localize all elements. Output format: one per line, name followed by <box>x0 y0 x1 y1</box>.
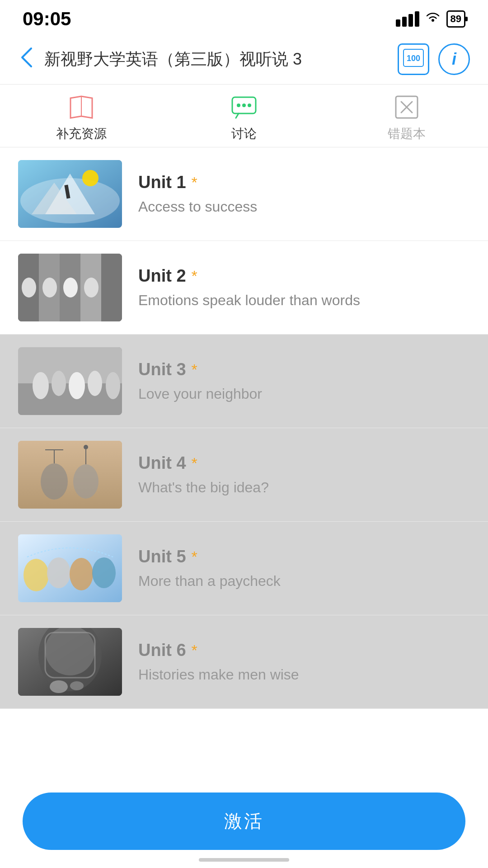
unit-desc-6: Histories make men wise <box>138 666 470 683</box>
activate-bar: 激活 <box>23 793 465 850</box>
home-indicator <box>199 858 289 862</box>
unit-desc-5: More than a paycheck <box>138 573 470 590</box>
svg-point-33 <box>41 463 68 500</box>
svg-point-4 <box>242 104 246 107</box>
svg-point-31 <box>106 372 120 399</box>
svg-point-27 <box>33 372 49 399</box>
mistakes-icon <box>391 94 422 121</box>
battery-icon: 89 <box>446 10 465 28</box>
header: 新视野大学英语（第三版）视听说 3 100 i <box>0 34 488 85</box>
svg-point-40 <box>23 559 49 591</box>
score-badge-button[interactable]: 100 <box>398 43 429 75</box>
svg-point-22 <box>42 278 57 297</box>
tab-resources-label: 补充资源 <box>56 125 107 142</box>
unit-star-2: * <box>192 267 197 285</box>
tab-mistakes[interactable]: 错题本 <box>325 94 488 142</box>
unit-info-1: Unit 1 * Access to success <box>138 173 470 215</box>
info-icon: i <box>452 50 456 69</box>
unit-name-4: Unit 4 <box>138 453 186 473</box>
svg-point-5 <box>248 104 251 107</box>
unit-item-1[interactable]: Unit 1 * Access to success <box>0 147 488 241</box>
svg-point-42 <box>70 558 93 590</box>
unit-thumb-1 <box>18 160 122 228</box>
svg-point-29 <box>69 372 85 399</box>
battery-level: 89 <box>450 13 461 25</box>
chat-icon <box>228 94 260 121</box>
unit-thumb-5 <box>18 534 122 602</box>
unit-star-5: * <box>192 548 197 566</box>
status-bar: 09:05 89 <box>0 0 488 34</box>
tab-discussion-label: 讨论 <box>231 125 257 142</box>
unit-name-1: Unit 1 <box>138 173 186 192</box>
svg-point-23 <box>63 278 78 297</box>
header-actions: 100 i <box>398 43 470 75</box>
svg-point-43 <box>92 557 116 588</box>
status-icons: 89 <box>396 9 465 29</box>
tab-resources[interactable]: 补充资源 <box>0 94 163 142</box>
unit-desc-2: Emotions speak louder than words <box>138 292 470 309</box>
svg-point-49 <box>70 681 84 690</box>
unit-list: Unit 1 * Access to success Unit 2 * Em <box>0 147 488 709</box>
unit-thumb-6 <box>18 628 122 696</box>
unit-item-3[interactable]: Unit 3 * Love your neighbor <box>0 335 488 428</box>
unit-desc-4: What's the big idea? <box>138 479 470 496</box>
unit-info-6: Unit 6 * Histories make men wise <box>138 641 470 683</box>
header-title: 新视野大学英语（第三版）视听说 3 <box>44 48 389 71</box>
tab-mistakes-label: 错题本 <box>388 125 426 142</box>
wifi-icon <box>425 9 441 29</box>
svg-point-41 <box>47 557 70 588</box>
svg-point-3 <box>237 104 240 107</box>
unit-star-3: * <box>192 361 197 378</box>
unit-thumb-3 <box>18 347 122 415</box>
svg-point-38 <box>84 445 88 449</box>
unit-info-3: Unit 3 * Love your neighbor <box>138 360 470 402</box>
svg-point-46 <box>45 628 95 675</box>
svg-point-13 <box>82 170 99 186</box>
score-value: 100 <box>403 49 424 70</box>
svg-text:100: 100 <box>407 54 420 63</box>
unit-info-2: Unit 2 * Emotions speak louder than word… <box>138 266 470 309</box>
unit-info-4: Unit 4 * What's the big idea? <box>138 453 470 496</box>
tab-bar: 补充资源 讨论 错题本 <box>0 85 488 147</box>
svg-point-34 <box>73 464 99 499</box>
unit-star-6: * <box>192 642 197 659</box>
svg-point-48 <box>50 680 68 693</box>
tab-discussion[interactable]: 讨论 <box>163 94 325 142</box>
svg-rect-32 <box>18 441 122 509</box>
status-time: 09:05 <box>23 8 71 30</box>
unit-desc-3: Love your neighbor <box>138 386 470 402</box>
svg-point-24 <box>84 278 99 297</box>
book-icon <box>66 94 97 121</box>
unit-name-6: Unit 6 <box>138 641 186 660</box>
unit-name-2: Unit 2 <box>138 266 186 286</box>
unit-star-1: * <box>192 174 197 191</box>
activate-button[interactable]: 激活 <box>23 793 465 850</box>
unit-name-5: Unit 5 <box>138 547 186 566</box>
unit-thumb-4 <box>18 441 122 509</box>
unit-item-6[interactable]: Unit 6 * Histories make men wise <box>0 615 488 709</box>
svg-point-30 <box>88 371 102 396</box>
unit-item-5[interactable]: Unit 5 * More than a paycheck <box>0 522 488 615</box>
unit-name-3: Unit 3 <box>138 360 186 379</box>
unit-item-2[interactable]: Unit 2 * Emotions speak louder than word… <box>0 241 488 335</box>
unit-item-4[interactable]: Unit 4 * What's the big idea? <box>0 428 488 522</box>
svg-rect-20 <box>101 254 122 321</box>
info-button[interactable]: i <box>438 43 470 75</box>
unit-desc-1: Access to success <box>138 198 470 215</box>
svg-point-21 <box>22 278 36 297</box>
unit-star-4: * <box>192 454 197 472</box>
svg-point-28 <box>52 371 66 396</box>
back-button[interactable] <box>18 44 35 75</box>
signal-icon <box>396 11 419 27</box>
unit-info-5: Unit 5 * More than a paycheck <box>138 547 470 590</box>
unit-thumb-2 <box>18 254 122 321</box>
